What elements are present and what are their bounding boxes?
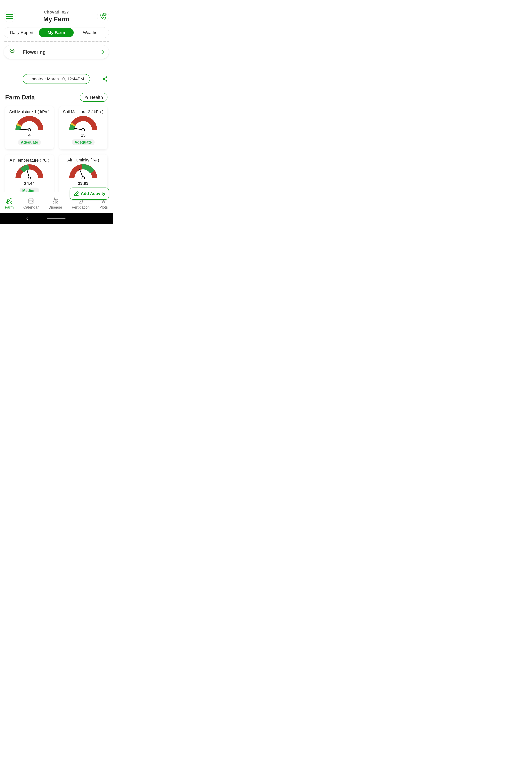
nav-label: Calendar — [23, 205, 39, 210]
share-icon — [102, 76, 108, 82]
svg-point-7 — [87, 97, 88, 97]
svg-point-13 — [28, 177, 31, 179]
svg-point-17 — [8, 202, 8, 203]
stethoscope-icon — [84, 95, 88, 99]
nav-disease[interactable]: Disease — [49, 197, 62, 210]
svg-point-3 — [105, 14, 106, 15]
system-back-icon[interactable] — [26, 217, 29, 220]
last-updated-pill[interactable]: Updated: March 10, 12:44PM — [22, 74, 90, 84]
hamburger-menu-button[interactable] — [4, 11, 16, 22]
card-value: 4 — [7, 133, 52, 138]
card-value: 23.93 — [60, 181, 106, 186]
farm-data-section-header: Farm Data Health — [0, 93, 113, 102]
svg-point-15 — [82, 177, 84, 179]
tab-daily-report[interactable]: Daily Report — [4, 28, 39, 37]
divider — [4, 41, 109, 42]
chevron-right-icon — [101, 50, 104, 54]
sensor-card-soil-moisture-1[interactable]: Soil Moisture-1 ( kPa ) 4 Adequate — [5, 106, 54, 149]
svg-point-27 — [54, 198, 56, 199]
card-title: Air Humidity ( % ) — [60, 158, 106, 162]
tab-my-farm[interactable]: My Farm — [39, 28, 74, 37]
svg-point-5 — [103, 78, 104, 80]
card-status: Adequate — [18, 139, 41, 145]
bug-icon — [52, 197, 58, 204]
hamburger-icon — [6, 14, 13, 19]
tractor-icon — [6, 197, 13, 204]
svg-point-4 — [106, 76, 107, 78]
nav-calendar[interactable]: Calendar — [23, 197, 39, 210]
gauge-chart — [15, 164, 44, 179]
gauge-chart — [69, 164, 98, 179]
growth-stage-card[interactable]: Flowering — [4, 45, 109, 59]
nav-label: Farm — [5, 205, 14, 210]
nav-farm[interactable]: Farm — [5, 197, 14, 210]
svg-point-6 — [106, 80, 107, 82]
svg-point-9 — [28, 128, 31, 131]
section-title: Farm Data — [5, 94, 35, 101]
sensor-card-air-temperature[interactable]: Air Temperature ( ℃ ) 34.44 Medium — [5, 155, 54, 198]
vertical-divider — [19, 48, 19, 56]
svg-point-1 — [104, 14, 104, 15]
card-value: 13 — [60, 133, 106, 138]
plant-icon — [8, 48, 16, 56]
svg-rect-19 — [28, 199, 34, 203]
gauge-chart — [69, 116, 98, 131]
call-support-button[interactable] — [97, 11, 109, 22]
svg-point-2 — [105, 14, 105, 15]
growth-stage-label: Flowering — [23, 49, 101, 55]
tab-weather[interactable]: Weather — [74, 28, 108, 37]
phone-chat-icon — [100, 13, 107, 20]
health-label: Health — [90, 95, 103, 100]
health-button[interactable]: Health — [80, 93, 108, 102]
gauge-chart — [15, 116, 44, 131]
card-value: 34.44 — [7, 181, 52, 186]
app-root: Chovad~827 My Farm Daily Report My Farm … — [0, 0, 113, 224]
sensor-card-soil-moisture-2[interactable]: Soil Moisture-2 ( kPa ) 13 Adequate — [59, 106, 108, 149]
card-title: Air Temperature ( ℃ ) — [7, 158, 52, 163]
android-system-bar — [0, 213, 113, 224]
add-activity-button[interactable]: Add Activity — [70, 188, 109, 200]
card-title: Soil Moisture-1 ( kPa ) — [7, 110, 52, 114]
system-home-pill[interactable] — [47, 218, 65, 219]
share-button[interactable] — [102, 76, 108, 82]
svg-point-11 — [82, 128, 84, 131]
view-tabs: Daily Report My Farm Weather — [4, 27, 109, 38]
nav-label: Fertigation — [72, 205, 90, 210]
update-row: Updated: March 10, 12:44PM — [0, 74, 113, 84]
card-title: Soil Moisture-2 ( kPa ) — [60, 110, 106, 114]
calendar-icon — [28, 197, 34, 204]
header: Chovad~827 My Farm — [0, 0, 113, 23]
svg-point-24 — [31, 201, 31, 202]
farm-code: Chovad~827 — [4, 10, 109, 15]
svg-point-23 — [30, 201, 30, 202]
card-status: Adequate — [72, 139, 95, 145]
nav-label: Plots — [99, 205, 108, 210]
nav-label: Disease — [49, 205, 62, 210]
add-activity-label: Add Activity — [81, 191, 105, 196]
svg-point-25 — [32, 201, 33, 202]
edit-icon — [73, 190, 79, 197]
page-title: My Farm — [4, 16, 109, 23]
